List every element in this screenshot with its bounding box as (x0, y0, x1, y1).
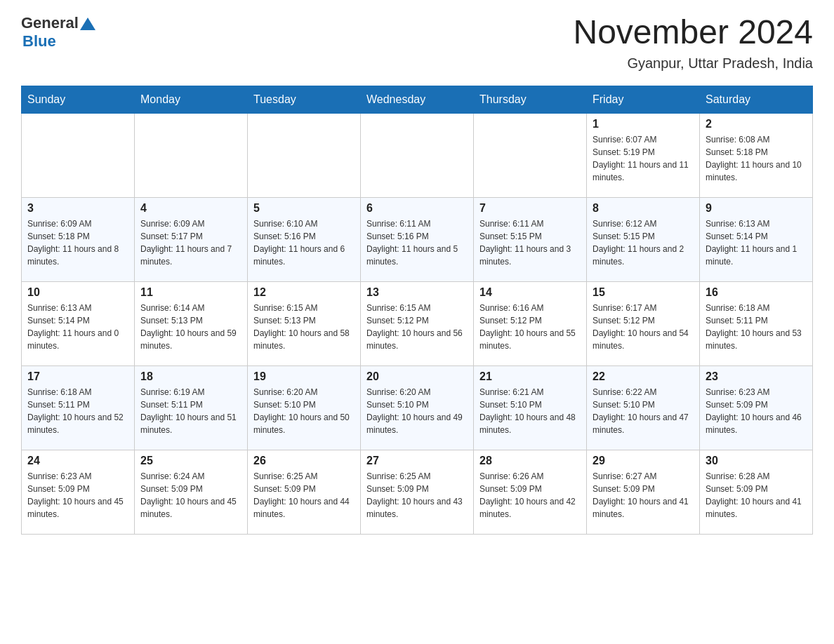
day-number: 5 (253, 202, 355, 215)
calendar-week-row: 1Sunrise: 6:07 AM Sunset: 5:19 PM Daylig… (22, 113, 813, 197)
calendar-day-cell: 22Sunrise: 6:22 AM Sunset: 5:10 PM Dayli… (587, 365, 700, 450)
day-info: Sunrise: 6:10 AM Sunset: 5:16 PM Dayligh… (253, 217, 355, 268)
calendar-weekday-header: Thursday (474, 86, 587, 113)
day-number: 3 (27, 202, 128, 215)
calendar-weekday-header: Friday (587, 86, 700, 113)
page-header: General Blue November 2024 Gyanpur, Utta… (21, 14, 813, 72)
calendar-weekday-header: Monday (135, 86, 248, 113)
location-title: Gyanpur, Uttar Pradesh, India (573, 55, 813, 72)
day-number: 8 (593, 202, 694, 215)
title-area: November 2024 Gyanpur, Uttar Pradesh, In… (573, 14, 813, 72)
day-number: 22 (593, 370, 694, 383)
calendar-day-cell: 19Sunrise: 6:20 AM Sunset: 5:10 PM Dayli… (248, 365, 361, 450)
day-number: 12 (253, 286, 355, 299)
day-info: Sunrise: 6:18 AM Sunset: 5:11 PM Dayligh… (27, 386, 128, 436)
day-info: Sunrise: 6:17 AM Sunset: 5:12 PM Dayligh… (593, 302, 694, 352)
calendar-day-cell (474, 113, 587, 197)
calendar-day-cell: 17Sunrise: 6:18 AM Sunset: 5:11 PM Dayli… (22, 365, 135, 450)
day-info: Sunrise: 6:09 AM Sunset: 5:18 PM Dayligh… (27, 217, 128, 268)
day-number: 25 (140, 455, 241, 467)
calendar-day-cell: 25Sunrise: 6:24 AM Sunset: 5:09 PM Dayli… (135, 450, 248, 534)
day-info: Sunrise: 6:21 AM Sunset: 5:10 PM Dayligh… (479, 386, 581, 436)
calendar-day-cell (22, 113, 135, 197)
calendar-week-row: 10Sunrise: 6:13 AM Sunset: 5:14 PM Dayli… (22, 281, 813, 365)
calendar-weekday-header: Tuesday (248, 86, 361, 113)
day-info: Sunrise: 6:25 AM Sunset: 5:09 PM Dayligh… (253, 470, 355, 521)
day-info: Sunrise: 6:23 AM Sunset: 5:09 PM Dayligh… (706, 386, 807, 436)
day-number: 23 (706, 370, 807, 383)
month-title: November 2024 (573, 14, 813, 51)
calendar-day-cell: 16Sunrise: 6:18 AM Sunset: 5:11 PM Dayli… (700, 281, 813, 365)
calendar-day-cell: 30Sunrise: 6:28 AM Sunset: 5:09 PM Dayli… (700, 450, 813, 534)
calendar-weekday-header: Wednesday (361, 86, 474, 113)
calendar-table: SundayMondayTuesdayWednesdayThursdayFrid… (21, 86, 813, 535)
calendar-day-cell (135, 113, 248, 197)
day-info: Sunrise: 6:16 AM Sunset: 5:12 PM Dayligh… (479, 302, 581, 352)
day-number: 14 (479, 286, 581, 299)
calendar-day-cell (248, 113, 361, 197)
day-number: 18 (140, 370, 241, 383)
day-info: Sunrise: 6:24 AM Sunset: 5:09 PM Dayligh… (140, 470, 241, 521)
calendar-day-cell: 18Sunrise: 6:19 AM Sunset: 5:11 PM Dayli… (135, 365, 248, 450)
logo: General Blue (21, 14, 95, 51)
calendar-day-cell: 4Sunrise: 6:09 AM Sunset: 5:17 PM Daylig… (135, 197, 248, 281)
day-info: Sunrise: 6:07 AM Sunset: 5:19 PM Dayligh… (593, 133, 694, 184)
day-info: Sunrise: 6:13 AM Sunset: 5:14 PM Dayligh… (706, 217, 807, 268)
calendar-day-cell: 29Sunrise: 6:27 AM Sunset: 5:09 PM Dayli… (587, 450, 700, 534)
calendar-weekday-header: Saturday (700, 86, 813, 113)
day-info: Sunrise: 6:23 AM Sunset: 5:09 PM Dayligh… (27, 470, 128, 521)
day-number: 4 (140, 202, 241, 215)
calendar-day-cell: 6Sunrise: 6:11 AM Sunset: 5:16 PM Daylig… (361, 197, 474, 281)
day-number: 19 (253, 370, 355, 383)
day-number: 16 (706, 286, 807, 299)
calendar-day-cell: 13Sunrise: 6:15 AM Sunset: 5:12 PM Dayli… (361, 281, 474, 365)
day-info: Sunrise: 6:15 AM Sunset: 5:12 PM Dayligh… (366, 302, 468, 352)
calendar-day-cell: 10Sunrise: 6:13 AM Sunset: 5:14 PM Dayli… (22, 281, 135, 365)
calendar-day-cell: 3Sunrise: 6:09 AM Sunset: 5:18 PM Daylig… (22, 197, 135, 281)
day-info: Sunrise: 6:09 AM Sunset: 5:17 PM Dayligh… (140, 217, 241, 268)
calendar-header-row: SundayMondayTuesdayWednesdayThursdayFrid… (22, 86, 813, 113)
calendar-day-cell: 23Sunrise: 6:23 AM Sunset: 5:09 PM Dayli… (700, 365, 813, 450)
day-number: 15 (593, 286, 694, 299)
day-number: 13 (366, 286, 468, 299)
day-number: 21 (479, 370, 581, 383)
day-number: 30 (706, 455, 807, 467)
day-info: Sunrise: 6:08 AM Sunset: 5:18 PM Dayligh… (706, 133, 807, 184)
day-info: Sunrise: 6:27 AM Sunset: 5:09 PM Dayligh… (593, 470, 694, 521)
day-number: 7 (479, 202, 581, 215)
day-number: 2 (706, 118, 807, 130)
day-info: Sunrise: 6:20 AM Sunset: 5:10 PM Dayligh… (253, 386, 355, 436)
logo-blue-text: Blue (22, 32, 56, 50)
day-info: Sunrise: 6:19 AM Sunset: 5:11 PM Dayligh… (140, 386, 241, 436)
calendar-day-cell: 26Sunrise: 6:25 AM Sunset: 5:09 PM Dayli… (248, 450, 361, 534)
calendar-day-cell: 5Sunrise: 6:10 AM Sunset: 5:16 PM Daylig… (248, 197, 361, 281)
day-number: 29 (593, 455, 694, 467)
day-info: Sunrise: 6:28 AM Sunset: 5:09 PM Dayligh… (706, 470, 807, 521)
day-number: 28 (479, 455, 581, 467)
calendar-week-row: 17Sunrise: 6:18 AM Sunset: 5:11 PM Dayli… (22, 365, 813, 450)
logo-general-text: General (21, 14, 79, 32)
day-info: Sunrise: 6:11 AM Sunset: 5:16 PM Dayligh… (366, 217, 468, 268)
day-number: 6 (366, 202, 468, 215)
day-number: 17 (27, 370, 128, 383)
calendar-day-cell: 12Sunrise: 6:15 AM Sunset: 5:13 PM Dayli… (248, 281, 361, 365)
day-info: Sunrise: 6:12 AM Sunset: 5:15 PM Dayligh… (593, 217, 694, 268)
calendar-week-row: 3Sunrise: 6:09 AM Sunset: 5:18 PM Daylig… (22, 197, 813, 281)
calendar-day-cell: 14Sunrise: 6:16 AM Sunset: 5:12 PM Dayli… (474, 281, 587, 365)
day-info: Sunrise: 6:15 AM Sunset: 5:13 PM Dayligh… (253, 302, 355, 352)
calendar-day-cell: 20Sunrise: 6:20 AM Sunset: 5:10 PM Dayli… (361, 365, 474, 450)
day-info: Sunrise: 6:11 AM Sunset: 5:15 PM Dayligh… (479, 217, 581, 268)
day-number: 10 (27, 286, 128, 299)
calendar-day-cell: 1Sunrise: 6:07 AM Sunset: 5:19 PM Daylig… (587, 113, 700, 197)
calendar-day-cell: 2Sunrise: 6:08 AM Sunset: 5:18 PM Daylig… (700, 113, 813, 197)
calendar-day-cell: 21Sunrise: 6:21 AM Sunset: 5:10 PM Dayli… (474, 365, 587, 450)
day-info: Sunrise: 6:25 AM Sunset: 5:09 PM Dayligh… (366, 470, 468, 521)
day-info: Sunrise: 6:18 AM Sunset: 5:11 PM Dayligh… (706, 302, 807, 352)
calendar-day-cell: 7Sunrise: 6:11 AM Sunset: 5:15 PM Daylig… (474, 197, 587, 281)
day-info: Sunrise: 6:13 AM Sunset: 5:14 PM Dayligh… (27, 302, 128, 352)
calendar-day-cell: 15Sunrise: 6:17 AM Sunset: 5:12 PM Dayli… (587, 281, 700, 365)
svg-marker-0 (80, 18, 95, 30)
day-number: 27 (366, 455, 468, 467)
logo-triangle-icon (80, 16, 95, 32)
day-info: Sunrise: 6:14 AM Sunset: 5:13 PM Dayligh… (140, 302, 241, 352)
